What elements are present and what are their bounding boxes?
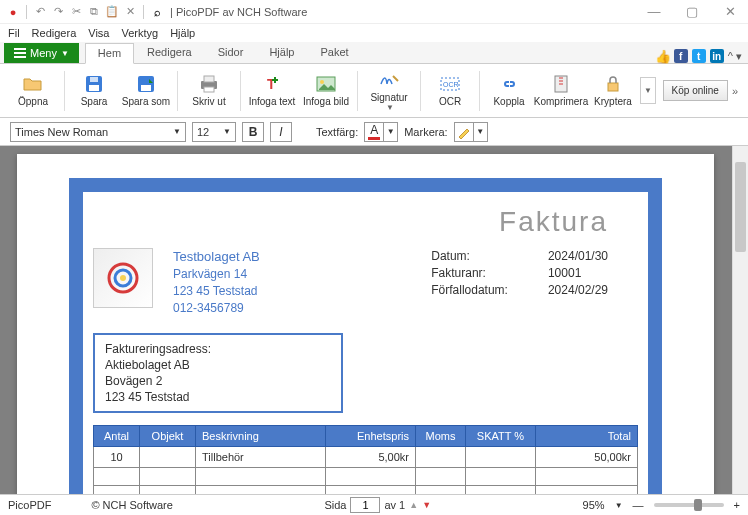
save-as-icon <box>136 74 156 94</box>
chevron-right-icon[interactable]: » <box>728 85 742 97</box>
page-number-input[interactable] <box>350 497 380 513</box>
undo-icon[interactable]: ↶ <box>33 5 47 19</box>
copy-icon[interactable]: ⧉ <box>87 5 101 19</box>
menu-redigera[interactable]: Redigera <box>32 27 77 39</box>
zoom-in-button[interactable]: + <box>734 499 740 511</box>
svg-rect-7 <box>204 87 214 92</box>
page-navigation: Sida av 1 ▲ ▼ <box>324 497 431 513</box>
app-icon: ● <box>6 5 20 19</box>
border-decor <box>69 178 662 192</box>
pdf-page[interactable]: Faktura Testbolaget AB Parkvägen 14 123 … <box>17 154 714 494</box>
table-row <box>94 468 638 486</box>
insert-text-button[interactable]: T Infoga text <box>245 67 299 115</box>
bold-button[interactable]: B <box>242 122 264 142</box>
meny-button[interactable]: Meny ▼ <box>4 43 79 63</box>
font-family-combo[interactable]: Times New Roman ▼ <box>10 122 186 142</box>
menu-visa[interactable]: Visa <box>88 27 109 39</box>
highlight-picker[interactable]: ▼ <box>454 122 488 142</box>
vertical-scrollbar[interactable] <box>732 146 748 494</box>
maximize-button[interactable]: ▢ <box>680 4 704 19</box>
redo-icon[interactable]: ↷ <box>51 5 65 19</box>
page-total: av 1 <box>384 499 405 511</box>
ocr-button[interactable]: OCR OCR <box>425 67 475 115</box>
delete-icon[interactable]: ✕ <box>123 5 137 19</box>
invoice-meta: Datum: Fakturanr: Förfallodatum: 2024/01… <box>431 248 638 317</box>
zoom-slider[interactable] <box>654 503 724 507</box>
highlight-swatch <box>454 122 474 142</box>
text-color-picker[interactable]: A ▼ <box>364 122 398 142</box>
slider-thumb[interactable] <box>694 499 702 511</box>
minimize-button[interactable]: — <box>642 4 666 19</box>
page-down-icon[interactable]: ▼ <box>422 500 431 510</box>
menu-hjalp[interactable]: Hjälp <box>170 27 195 39</box>
document-viewport[interactable]: Faktura Testbolaget AB Parkvägen 14 123 … <box>0 146 748 494</box>
paste-icon[interactable]: 📋 <box>105 5 119 19</box>
linkedin-icon[interactable]: in <box>710 49 724 63</box>
col-vat: Moms <box>416 426 466 447</box>
save-button[interactable]: Spara <box>69 67 119 115</box>
page-up-icon[interactable]: ▲ <box>409 500 418 510</box>
search-icon[interactable]: ⌕ <box>150 5 164 19</box>
scrollbar-thumb[interactable] <box>735 162 746 252</box>
col-tax: SKATT % <box>466 426 536 447</box>
chevron-down-icon: ▼ <box>474 122 488 142</box>
twitter-icon[interactable]: t <box>692 49 706 63</box>
link-button[interactable]: Koppla <box>484 67 534 115</box>
tab-redigera[interactable]: Redigera <box>134 42 205 63</box>
tab-paket[interactable]: Paket <box>307 42 361 63</box>
open-button[interactable]: Öppna <box>6 67 60 115</box>
hamburger-icon <box>14 48 26 58</box>
svg-rect-6 <box>204 76 214 82</box>
encrypt-button[interactable]: Kryptera <box>588 67 638 115</box>
chevron-down-icon: ▼ <box>61 49 69 58</box>
zoom-out-button[interactable]: — <box>633 499 644 511</box>
table-row <box>94 486 638 494</box>
copyright: © NCH Software <box>91 499 172 511</box>
close-button[interactable]: ✕ <box>718 4 742 19</box>
text-color-swatch: A <box>364 122 384 142</box>
help-dropdown[interactable]: ^ ▾ <box>728 50 742 63</box>
signature-icon <box>379 70 399 90</box>
thumbs-up-icon[interactable]: 👍 <box>656 49 670 63</box>
italic-button[interactable]: I <box>270 122 292 142</box>
chevron-down-icon[interactable]: ▼ <box>640 77 656 104</box>
separator <box>420 71 421 111</box>
insert-image-button[interactable]: Infoga bild <box>299 67 353 115</box>
separator <box>26 5 27 19</box>
chevron-down-icon[interactable]: ▼ <box>615 501 623 510</box>
separator <box>64 71 65 111</box>
window-title: | PicoPDF av NCH Software <box>170 6 307 18</box>
app-name: PicoPDF <box>8 499 51 511</box>
svg-text:OCR: OCR <box>443 81 459 88</box>
col-unit: Enhetspris <box>326 426 416 447</box>
buy-online-button[interactable]: Köp online <box>663 80 728 101</box>
signature-button[interactable]: Signatur▼ <box>362 67 416 115</box>
quick-access-toolbar: ● ↶ ↷ ✂ ⧉ 📋 ✕ ⌕ <box>6 5 164 19</box>
title-bar: ● ↶ ↷ ✂ ⧉ 📋 ✕ ⌕ | PicoPDF av NCH Softwar… <box>0 0 748 24</box>
ocr-icon: OCR <box>440 74 460 94</box>
image-insert-icon <box>316 74 336 94</box>
page-label: Sida <box>324 499 346 511</box>
invoice-title: Faktura <box>83 192 648 248</box>
billing-address: Faktureringsadress: Aktiebolaget AB Bovä… <box>93 333 343 414</box>
zoom-value: 95% <box>583 499 605 511</box>
font-size-combo[interactable]: 12 ▼ <box>192 122 236 142</box>
compress-button[interactable]: Komprimera <box>534 67 588 115</box>
save-as-button[interactable]: Spara som <box>119 67 173 115</box>
menu-fil[interactable]: Fil <box>8 27 20 39</box>
ribbon-tabs: Meny ▼ Hem Redigera Sidor Hjälp Paket 👍 … <box>0 42 748 64</box>
window-controls: — ▢ ✕ <box>642 4 742 19</box>
save-icon <box>84 74 104 94</box>
print-button[interactable]: Skriv ut <box>182 67 236 115</box>
menu-verktyg[interactable]: Verktyg <box>121 27 158 39</box>
text-color-label: Textfärg: <box>316 126 358 138</box>
tab-hem[interactable]: Hem <box>85 43 134 64</box>
cut-icon[interactable]: ✂ <box>69 5 83 19</box>
svg-point-10 <box>320 80 324 84</box>
tab-hjalp[interactable]: Hjälp <box>256 42 307 63</box>
format-toolbar: Times New Roman ▼ 12 ▼ B I Textfärg: A ▼… <box>0 118 748 146</box>
facebook-icon[interactable]: f <box>674 49 688 63</box>
tab-sidor[interactable]: Sidor <box>205 42 257 63</box>
folder-open-icon <box>23 74 43 94</box>
compress-icon <box>551 74 571 94</box>
